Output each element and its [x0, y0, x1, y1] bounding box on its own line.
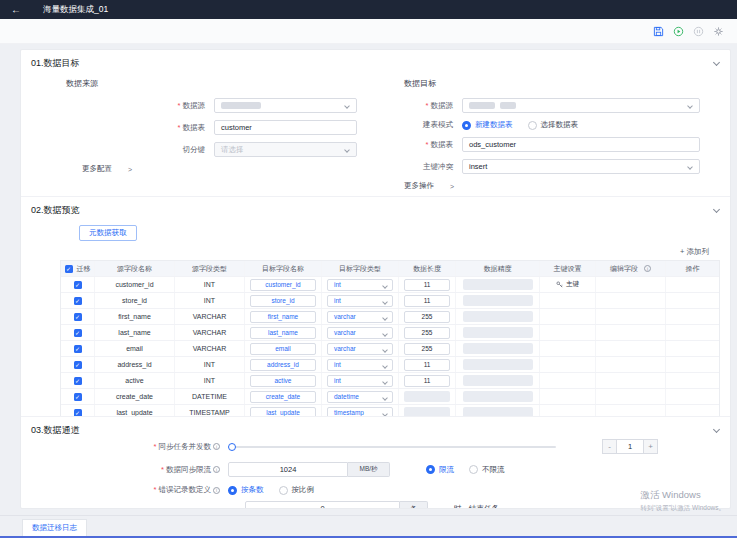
length-input[interactable]: 255 — [404, 343, 450, 355]
error-count-input[interactable]: 0 — [245, 501, 400, 508]
stepper-plus-button[interactable]: + — [643, 439, 658, 454]
cell-target-name: email — [245, 341, 322, 356]
cell-precision — [456, 389, 540, 404]
length-input[interactable]: 11 — [404, 375, 450, 387]
chevron-down-icon — [382, 283, 388, 289]
length-disabled-field — [404, 391, 450, 402]
chevron-down-icon[interactable] — [713, 206, 720, 213]
target-name-input[interactable]: active — [250, 375, 316, 387]
cell-edit-field — [596, 309, 666, 324]
table-mode-label: 建表模式 — [404, 120, 462, 130]
target-type-select[interactable]: varchar — [327, 343, 393, 355]
length-input[interactable]: 11 — [404, 279, 450, 291]
split-key-select[interactable]: 请选择 — [214, 142, 357, 157]
row-checkbox[interactable] — [74, 409, 82, 417]
chevron-down-icon — [382, 379, 388, 385]
radio-by-count[interactable] — [228, 486, 237, 495]
column-header: 编辑字段 — [596, 261, 666, 276]
target-type-select[interactable]: datetime — [327, 391, 393, 403]
cell-action — [666, 405, 719, 416]
row-checkbox[interactable] — [74, 393, 82, 401]
radio-by-ratio[interactable] — [279, 486, 288, 495]
target-datasource-select[interactable] — [462, 98, 700, 113]
add-column-link[interactable]: + 添加列 — [680, 247, 709, 257]
back-arrow-icon[interactable]: ← — [11, 5, 21, 15]
section-data-preview: 02.数据预览 元数据获取 + 添加列 迁移源字段名称源字段类型目标字段名称目标… — [21, 196, 730, 416]
radio-by-count-label[interactable]: 按条数 — [241, 485, 264, 495]
column-header: 数据精度 — [456, 261, 540, 276]
target-type-select[interactable]: int — [327, 359, 393, 371]
save-icon[interactable] — [652, 25, 664, 37]
target-type-select[interactable]: int — [327, 375, 393, 387]
column-header: 操作 — [666, 261, 719, 276]
target-type-select[interactable]: varchar — [327, 311, 393, 323]
field-table-header: 迁移源字段名称源字段类型目标字段名称目标字段类型数据长度数据精度主键设置编辑字段… — [61, 261, 719, 276]
rate-limit-input[interactable]: 1024 — [228, 462, 348, 477]
radio-select-table-label[interactable]: 选择数据表 — [541, 120, 579, 130]
target-type-select[interactable]: int — [327, 279, 393, 291]
cell-pk-setting — [540, 309, 596, 324]
radio-new-table[interactable] — [462, 121, 471, 130]
chevron-down-icon[interactable] — [713, 59, 720, 66]
row-checkbox[interactable] — [74, 281, 82, 289]
radio-select-table[interactable] — [528, 121, 537, 130]
target-name-input[interactable]: email — [250, 343, 316, 355]
chevron-down-icon[interactable] — [713, 426, 720, 433]
table-row: last_updateTIMESTAMPlast_updatetimestamp — [61, 404, 719, 416]
concurrency-slider[interactable] — [228, 440, 556, 454]
source-table-input[interactable]: customer — [214, 120, 357, 135]
cell-length: 255 — [399, 309, 456, 324]
length-input[interactable]: 255 — [404, 327, 450, 339]
more-config-link[interactable]: 更多配置 > — [82, 164, 376, 174]
cell-target-type: int — [322, 293, 399, 308]
target-type-select[interactable]: timestamp — [327, 407, 393, 417]
row-checkbox[interactable] — [74, 297, 82, 305]
target-table-label: 数据表 — [404, 140, 462, 150]
chevron-right-icon: > — [450, 183, 454, 190]
select-all-checkbox[interactable] — [65, 265, 73, 273]
target-name-input[interactable]: customer_id — [250, 279, 316, 291]
chevron-down-icon — [382, 299, 388, 305]
slider-handle[interactable] — [228, 443, 236, 451]
target-name-input[interactable]: address_id — [250, 359, 316, 371]
radio-by-ratio-label[interactable]: 按比例 — [292, 485, 315, 495]
radio-rate-unlimited-label[interactable]: 不限流 — [482, 465, 505, 475]
length-input[interactable]: 255 — [404, 311, 450, 323]
stepper-minus-button[interactable]: - — [602, 439, 617, 454]
row-checkbox[interactable] — [74, 329, 82, 337]
play-circle-icon[interactable] — [672, 25, 684, 37]
row-checkbox[interactable] — [74, 377, 82, 385]
target-type-select[interactable]: int — [327, 295, 393, 307]
target-name-input[interactable]: first_name — [250, 311, 316, 323]
cell-precision — [456, 277, 540, 292]
row-checkbox[interactable] — [74, 313, 82, 321]
more-actions-link[interactable]: 更多操作 > — [404, 181, 730, 191]
pause-circle-icon[interactable] — [692, 25, 704, 37]
tab-migration-log[interactable]: 数据迁移日志 — [22, 519, 87, 537]
target-name-input[interactable]: create_date — [250, 391, 316, 403]
row-checkbox[interactable] — [74, 361, 82, 369]
source-table-value: customer — [221, 123, 252, 132]
length-input[interactable]: 11 — [404, 359, 450, 371]
concurrency-value[interactable]: 1 — [617, 439, 643, 454]
target-type-select[interactable]: varchar — [327, 327, 393, 339]
radio-rate-unlimited[interactable] — [469, 465, 478, 474]
radio-new-table-label[interactable]: 新建数据表 — [475, 120, 513, 130]
gear-icon[interactable] — [712, 25, 724, 37]
radio-rate-limited-label[interactable]: 限流 — [439, 465, 454, 475]
precision-disabled-field — [463, 295, 533, 306]
column-header: 主键设置 — [540, 261, 596, 276]
radio-rate-limited[interactable] — [426, 465, 435, 474]
target-name-input[interactable]: last_update — [250, 407, 316, 417]
primary-key-badge: 主键 — [556, 280, 579, 289]
length-input[interactable]: 11 — [404, 295, 450, 307]
pk-conflict-select[interactable]: insert — [462, 159, 700, 174]
fetch-metadata-button[interactable]: 元数据获取 — [79, 225, 137, 241]
source-datasource-select[interactable] — [214, 98, 357, 113]
target-name-input[interactable]: last_name — [250, 327, 316, 339]
target-name-input[interactable]: store_id — [250, 295, 316, 307]
source-panel: 数据来源 数据源 数据表 customer — [21, 72, 376, 191]
target-table-input[interactable]: ods_customer — [462, 137, 700, 152]
cell-target-name: store_id — [245, 293, 322, 308]
row-checkbox[interactable] — [74, 345, 82, 353]
